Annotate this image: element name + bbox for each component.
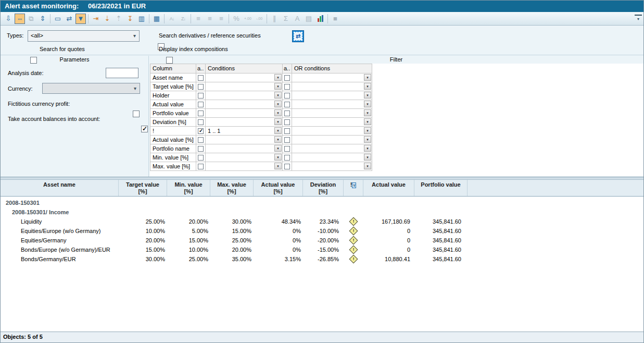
filter-header-and[interactable]: a..	[196, 64, 206, 74]
filter-condition-combo[interactable]	[206, 82, 283, 91]
alert-filter-dropdown[interactable]: ∨	[352, 182, 356, 188]
dropdown-arrow-icon[interactable]	[364, 83, 371, 90]
drill-into-icon[interactable]: ⇥	[91, 14, 101, 24]
group-row-income[interactable]: 2008-150301/ Income	[1, 207, 643, 217]
filter-condition-combo[interactable]	[206, 109, 283, 118]
filter-or-condition-combo[interactable]	[292, 127, 372, 136]
header-max-value[interactable]: Max. value[%]	[210, 180, 254, 196]
header-min-value[interactable]: Min. value[%]	[167, 180, 210, 196]
filter-column-label[interactable]: Portfolio name	[150, 144, 196, 153]
filter-and-checkbox[interactable]	[198, 75, 204, 81]
filter-or-condition-combo[interactable]	[292, 109, 372, 118]
header-asset-name[interactable]: Asset name	[1, 180, 119, 196]
filter-condition-combo[interactable]	[206, 100, 283, 109]
filter-or-condition-combo[interactable]	[292, 153, 372, 162]
filter-column-label[interactable]: Asset name	[150, 74, 196, 82]
dropdown-arrow-icon[interactable]	[364, 145, 371, 152]
analysis-date-input[interactable]	[106, 68, 138, 78]
grid-row[interactable]: Equities/Germany 20.00% 15.00% 25.00% 0%…	[1, 236, 643, 245]
dropdown-arrow-icon[interactable]	[274, 145, 282, 152]
refresh-icon[interactable]: ⇄	[64, 14, 74, 24]
grid-row[interactable]: Liquidity 25.00% 20.00% 30.00% 48.34% 23…	[1, 217, 643, 226]
filter-or-condition-combo[interactable]	[292, 74, 372, 82]
dropdown-arrow-icon[interactable]	[274, 83, 282, 90]
header-target-value[interactable]: Target value[%]	[119, 180, 167, 196]
filter-header-conditions[interactable]: Conditions	[206, 64, 283, 74]
toolbar-overflow-button[interactable]: ▾	[635, 15, 642, 23]
filter-header-column[interactable]: Column	[150, 64, 196, 74]
filter-header-or-conditions[interactable]: OR conditions	[292, 64, 372, 74]
dropdown-arrow-icon[interactable]	[364, 101, 371, 107]
drill-down-icon[interactable]: ⇣	[102, 14, 112, 24]
dropdown-arrow-icon[interactable]	[274, 92, 282, 99]
dropdown-arrow-icon[interactable]	[364, 154, 371, 161]
dropdown-arrow-icon[interactable]	[274, 127, 282, 134]
dropdown-arrow-icon[interactable]	[364, 136, 371, 143]
filter-or-condition-combo[interactable]	[292, 118, 372, 127]
header-alert[interactable]: !∨	[344, 180, 363, 196]
filter-or-condition-combo[interactable]	[292, 100, 372, 109]
dropdown-arrow-icon[interactable]	[364, 127, 371, 134]
dropdown-arrow-icon[interactable]	[274, 163, 282, 169]
filter-column-label[interactable]: Actual value [%]	[150, 136, 196, 144]
filter-or-checkbox[interactable]	[284, 119, 290, 125]
filter-and-checkbox[interactable]	[198, 93, 204, 99]
filter-column-label[interactable]: Actual value	[150, 100, 196, 109]
start-search-button[interactable]: ⇄	[292, 30, 304, 42]
fictitious-currency-profit-checkbox[interactable]	[133, 111, 140, 117]
dropdown-arrow-icon[interactable]	[274, 118, 282, 125]
filter-column-label[interactable]: Min. value [%]	[150, 153, 196, 162]
distribution-icon[interactable]: ▥	[136, 14, 147, 24]
filter-column-label[interactable]: Max. value [%]	[150, 162, 196, 171]
filter-condition-combo[interactable]	[206, 162, 283, 171]
filter-condition-combo[interactable]	[206, 74, 283, 82]
filter-column-label[interactable]: Target value [%]	[150, 82, 196, 91]
dropdown-arrow-icon[interactable]	[364, 109, 371, 116]
filter-column-label[interactable]: Deviation [%]	[150, 118, 196, 127]
filter-column-label[interactable]: Portfolio value	[150, 109, 196, 118]
header-actual-value[interactable]: Actual value	[363, 180, 414, 196]
filter-or-checkbox[interactable]	[284, 137, 290, 143]
grid-row[interactable]: Equities/Europe (w/o Germany) 10.00% 5.0…	[1, 226, 643, 236]
goto-bottom-icon[interactable]: ↧	[125, 14, 135, 24]
filter-or-checkbox[interactable]	[284, 84, 290, 90]
filter-or-checkbox[interactable]	[284, 146, 290, 152]
filter-icon[interactable]: ▼	[75, 14, 86, 24]
export-layout-icon[interactable]: ⇩	[3, 14, 14, 24]
filter-and-checkbox[interactable]	[198, 111, 204, 116]
filter-condition-combo[interactable]: 1 .. 1	[206, 127, 283, 136]
filter-and-checkbox[interactable]	[198, 102, 204, 107]
filter-and-checkbox[interactable]	[198, 137, 204, 143]
filter-condition-combo[interactable]	[206, 153, 283, 162]
filter-condition-combo[interactable]	[206, 144, 283, 153]
filter-or-checkbox[interactable]	[284, 155, 290, 161]
dropdown-arrow-icon[interactable]	[274, 154, 282, 161]
header-portfolio-value[interactable]: Portfolio value	[414, 180, 468, 196]
filter-or-condition-combo[interactable]	[292, 162, 372, 171]
chart-icon[interactable]	[315, 14, 325, 24]
filter-and-checkbox[interactable]	[198, 155, 204, 161]
filter-or-condition-combo[interactable]	[292, 144, 372, 153]
expand-vertical-icon[interactable]: ⇕	[37, 14, 48, 24]
dropdown-arrow-icon[interactable]	[364, 163, 371, 169]
header-deviation[interactable]: Deviation[%]	[303, 180, 344, 196]
filter-or-checkbox[interactable]	[284, 111, 290, 116]
filter-and-checkbox[interactable]	[198, 146, 204, 152]
new-area-icon[interactable]: ▭	[53, 14, 63, 24]
dropdown-arrow-icon[interactable]	[274, 109, 282, 116]
filter-header-and2[interactable]: a..	[283, 64, 292, 74]
filter-or-checkbox[interactable]	[284, 102, 290, 107]
filter-or-condition-combo[interactable]	[292, 91, 372, 100]
filter-column-label[interactable]: !	[150, 127, 196, 136]
filter-column-label[interactable]: Holder	[150, 91, 196, 100]
dropdown-arrow-icon[interactable]	[274, 136, 282, 143]
filter-condition-combo[interactable]	[206, 118, 283, 127]
column-layout-icon[interactable]: ▦	[151, 14, 162, 24]
take-account-balances-checkbox[interactable]	[141, 126, 148, 132]
filter-and-checkbox[interactable]	[198, 119, 204, 125]
grid-row[interactable]: Bonds/Europe (w/o Germany)/EUR 15.00% 10…	[1, 245, 643, 254]
filter-and-checkbox[interactable]	[198, 128, 204, 134]
filter-or-condition-combo[interactable]	[292, 82, 372, 91]
dropdown-arrow-icon[interactable]	[274, 74, 282, 81]
filter-or-condition-combo[interactable]	[292, 136, 372, 144]
